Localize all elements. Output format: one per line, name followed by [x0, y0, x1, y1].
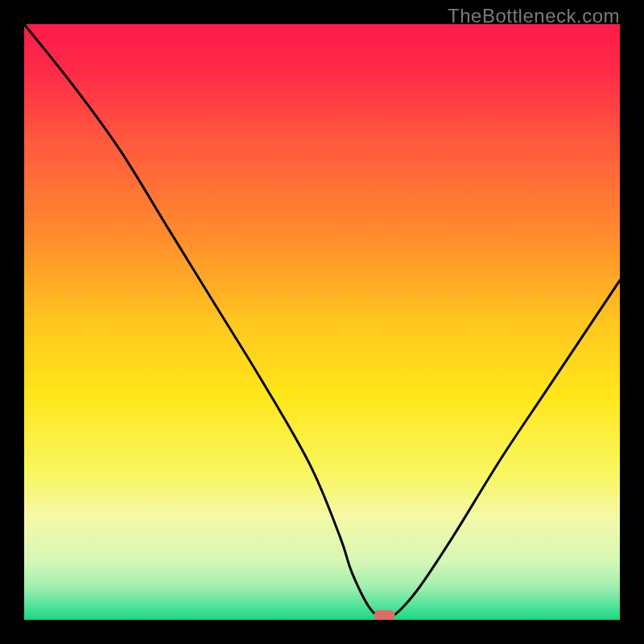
plot-area [24, 24, 620, 620]
gradient-background [24, 24, 620, 620]
chart-svg [24, 24, 620, 620]
chart-frame: TheBottleneck.com [0, 0, 644, 644]
optimal-marker [374, 610, 395, 620]
